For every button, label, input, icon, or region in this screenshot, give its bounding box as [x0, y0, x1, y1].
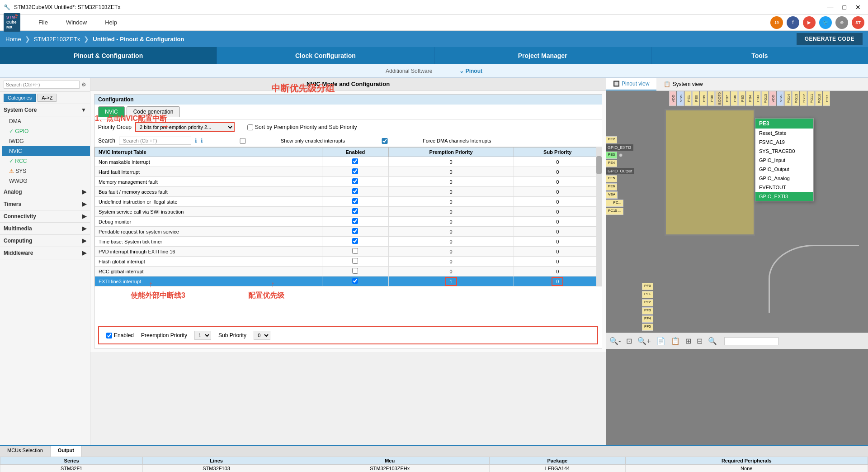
nvic-tab-codegen[interactable]: Code generation — [127, 106, 180, 117]
pin-pe4[interactable]: PE4 — [606, 160, 617, 167]
zoom-in-icon[interactable]: 🔍+ — [637, 337, 651, 345]
sidebar-item-dma[interactable]: DMA — [2, 116, 90, 126]
tab-tools[interactable]: Tools — [651, 47, 868, 64]
tab-system-view[interactable]: 📋 System view — [656, 78, 710, 91]
nvic-row-enabled[interactable] — [322, 217, 389, 227]
nvic-row-enabled[interactable] — [322, 277, 389, 286]
info-icon-1[interactable]: ℹ — [195, 138, 197, 144]
nvic-table-row[interactable]: EXTI line3 interrupt10 — [95, 277, 602, 286]
pin-vba[interactable]: VBA — [606, 191, 618, 199]
sidebar-gear-icon[interactable]: ⚙ — [81, 81, 86, 88]
sidebar-category-system-core[interactable]: System Core ▼ — [0, 104, 90, 116]
pin-boot0[interactable]: BOOT0 — [715, 91, 722, 106]
ctx-eventout[interactable]: EVENTOUT — [755, 183, 813, 192]
breadcrumb-home[interactable]: Home — [5, 36, 21, 43]
grid-icon[interactable]: ⊞ — [685, 337, 691, 345]
pe3-dot[interactable] — [619, 153, 623, 157]
nvic-row-enabled[interactable] — [322, 157, 389, 167]
tab-pinout-config[interactable]: Pinout & Configuration — [0, 47, 217, 64]
filter-categories-btn[interactable]: Categories — [4, 94, 36, 102]
show-enabled-checkbox[interactable] — [207, 138, 279, 144]
pin-pc15[interactable]: PC15-... — [606, 208, 623, 215]
sidebar-item-wwdg[interactable]: WWDG — [2, 176, 90, 186]
ctx-gpio-exti3[interactable]: GPIO_EXTI3 — [755, 192, 813, 201]
pin-pb4[interactable]: PB4 — [746, 91, 753, 106]
copy-icon[interactable]: 📄 — [656, 337, 665, 345]
pin-pf3[interactable]: PF3 — [642, 307, 653, 315]
status-table-row[interactable]: STM32F1STM32F103STM32F103ZEHxLFBGA144Non… — [0, 465, 868, 472]
pin-pf0[interactable]: PF0 — [642, 283, 653, 290]
ctx-fsmc[interactable]: FSMC_A19 — [755, 138, 813, 147]
nvic-row-enabled[interactable] — [322, 187, 389, 197]
nvic-row-enabled[interactable] — [322, 197, 389, 207]
social-icon-yt[interactable]: ▶ — [803, 16, 816, 29]
nvic-table-row[interactable]: Hard fault interrupt00 — [95, 167, 602, 177]
pin-pf5[interactable]: PF5 — [642, 324, 653, 331]
ctx-gpio-analog[interactable]: GPIO_Analog — [755, 174, 813, 183]
nvic-table-row[interactable]: PVD interrupt through EXTI line 1600 — [95, 247, 602, 257]
info-icon-2[interactable]: ℹ — [201, 138, 203, 144]
pin-vss-1[interactable]: VSS — [677, 91, 684, 106]
menu-window[interactable]: Window — [66, 19, 87, 26]
rotate-icon[interactable]: ⊟ — [697, 337, 703, 345]
titlebar-controls[interactable]: — □ ✕ — [824, 3, 864, 12]
social-icon-tw[interactable]: 🐦 — [819, 16, 832, 29]
nvic-table-row[interactable]: RCC global interrupt00 — [95, 267, 602, 277]
ctx-sys[interactable]: SYS_TRACED0 — [755, 147, 813, 156]
social-icon-net[interactable]: ⊕ — [835, 16, 848, 29]
sidebar-item-iwdg[interactable]: IWDG — [2, 136, 90, 146]
pin-pb9[interactable]: PB9 — [700, 91, 707, 106]
sort-checkbox[interactable] — [247, 124, 253, 130]
ctx-gpio-output[interactable]: GPIO_Output — [755, 165, 813, 174]
pin-pb5[interactable]: PB5 — [738, 91, 745, 106]
preemption-priority-select[interactable]: 1 0 2 3 — [194, 331, 211, 340]
pin-pe1[interactable]: PE1 — [684, 91, 692, 106]
sidebar-item-rcc[interactable]: ✓ RCC — [2, 156, 90, 166]
sidebar-category-analog[interactable]: Analog ▶ — [0, 186, 90, 198]
nvic-table-row[interactable]: Undefined instruction or illegal state00 — [95, 197, 602, 207]
nvic-table-row[interactable]: Flash global interrupt00 — [95, 257, 602, 267]
breadcrumb-mcu[interactable]: STM32F103ZETx — [34, 36, 80, 43]
pin-pe2[interactable]: PE2 — [606, 136, 617, 143]
sidebar-category-connectivity[interactable]: Connectivity ▶ — [0, 210, 90, 223]
pin-pe6[interactable]: PE6 — [606, 183, 617, 191]
pin-vss-2[interactable]: VSS — [777, 91, 784, 106]
sidebar-category-computing[interactable]: Computing ▶ — [0, 235, 90, 247]
pin-pb6[interactable]: PB6 — [731, 91, 738, 106]
paste-icon[interactable]: 📋 — [671, 337, 680, 345]
social-icon-1[interactable]: 19 — [770, 16, 783, 29]
generate-code-button[interactable]: GENERATE CODE — [797, 33, 863, 45]
sidebar-category-multimedia[interactable]: Multimedia ▶ — [0, 223, 90, 235]
nvic-table-row[interactable]: Debug monitor00 — [95, 217, 602, 227]
scrollbar-thumb[interactable] — [596, 156, 602, 174]
nvic-row-enabled[interactable] — [322, 257, 389, 267]
status-tab-output[interactable]: Output — [51, 446, 82, 457]
pin-pg10[interactable]: PG10 — [815, 91, 822, 106]
sidebar-category-timers[interactable]: Timers ▶ — [0, 198, 90, 210]
nvic-table-scrollbar[interactable] — [596, 147, 602, 286]
minimize-btn[interactable]: — — [824, 3, 837, 12]
chip-search-input[interactable] — [724, 337, 778, 345]
social-icon-st[interactable]: ST — [852, 16, 864, 29]
pin-pe5[interactable]: PE5 — [606, 175, 617, 182]
nvic-row-enabled[interactable] — [322, 177, 389, 187]
pin-pb3[interactable]: PB3 — [754, 91, 761, 106]
tab-project-manager[interactable]: Project Manager — [434, 47, 651, 64]
close-btn[interactable]: ✕ — [852, 3, 864, 12]
nvic-search-input[interactable] — [119, 137, 191, 145]
nvic-tab-nvic[interactable]: NVIC — [98, 106, 125, 117]
pin-pf2[interactable]: PF2 — [642, 299, 653, 306]
nvic-row-enabled[interactable] — [322, 227, 389, 237]
pin-pf4[interactable]: PF4 — [642, 315, 653, 323]
status-tab-mcus[interactable]: MCUs Selection — [0, 446, 51, 457]
sidebar-item-sys[interactable]: ⚠ SYS — [2, 166, 90, 176]
ctx-gpio-input[interactable]: GPIO_Input — [755, 156, 813, 165]
pin-pd7[interactable]: PD7 — [823, 91, 830, 106]
tab-clock-config[interactable]: Clock Configuration — [217, 47, 434, 64]
pin-pf1[interactable]: PF1 — [642, 291, 653, 298]
nvic-table-row[interactable]: Bus fault / memory access fault00 — [95, 187, 602, 197]
sub-tab-additional[interactable]: Additional Software — [386, 68, 432, 74]
breadcrumb-project[interactable]: Untitled - Pinout & Configuration — [93, 36, 184, 43]
pin-pg13[interactable]: PG13 — [792, 91, 799, 106]
nvic-row-enabled[interactable] — [322, 267, 389, 277]
